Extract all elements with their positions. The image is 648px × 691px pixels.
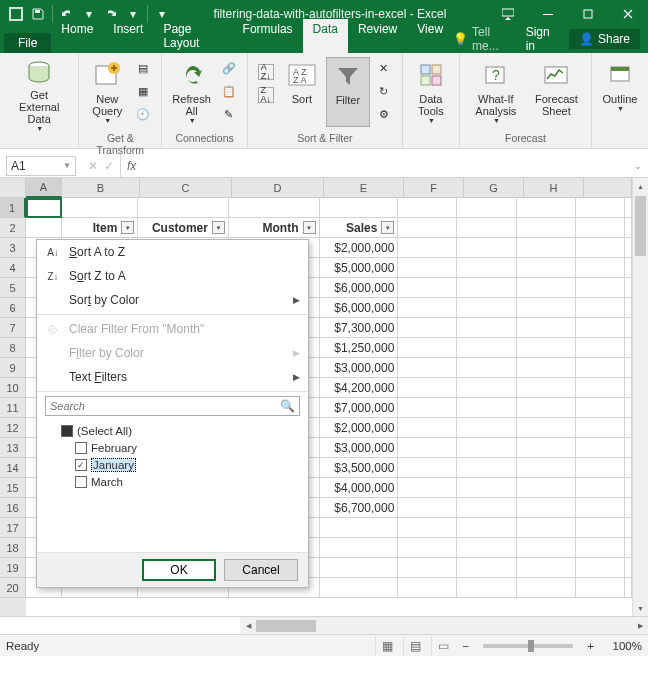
outline-button[interactable]: Outline▼ [598, 57, 642, 127]
cell[interactable] [576, 438, 625, 458]
row-header-16[interactable]: 16 [0, 498, 26, 518]
cell[interactable] [517, 518, 576, 538]
checkbox-icon[interactable] [61, 425, 73, 437]
share-button[interactable]: 👤Share [569, 29, 640, 49]
col-header-B[interactable]: B [62, 178, 140, 198]
scroll-left-icon[interactable]: ◀ [240, 618, 256, 634]
cell[interactable] [576, 558, 625, 578]
row-header-4[interactable]: 4 [0, 258, 26, 278]
cell[interactable] [576, 518, 625, 538]
cell[interactable] [398, 338, 457, 358]
show-queries-button[interactable]: ▤ [131, 57, 155, 79]
cell[interactable] [320, 538, 399, 558]
cell[interactable] [457, 438, 516, 458]
cell[interactable] [320, 518, 399, 538]
filter-opt-march[interactable]: March [47, 473, 298, 490]
page-layout-icon[interactable]: ▤ [403, 637, 427, 655]
row-header-19[interactable]: 19 [0, 558, 26, 578]
cell[interactable] [517, 458, 576, 478]
cell[interactable] [457, 358, 516, 378]
row-header-9[interactable]: 9 [0, 358, 26, 378]
cell[interactable] [576, 378, 625, 398]
filter-search[interactable]: 🔍 [45, 396, 300, 416]
row-header-6[interactable]: 6 [0, 298, 26, 318]
sort-za-item[interactable]: Z↓Sort Z to A [37, 264, 308, 288]
scroll-thumb[interactable] [256, 620, 316, 632]
reapply-button[interactable]: ↻ [372, 80, 396, 102]
cell[interactable] [576, 478, 625, 498]
cell[interactable] [517, 498, 576, 518]
cell[interactable]: $1,250,000 [320, 338, 399, 358]
chevron-down-icon[interactable]: ▾ [123, 4, 143, 24]
cell[interactable] [517, 478, 576, 498]
cell[interactable] [398, 258, 457, 278]
cell[interactable] [398, 498, 457, 518]
cell[interactable] [457, 258, 516, 278]
row-header-12[interactable]: 12 [0, 418, 26, 438]
tab-review[interactable]: Review [348, 19, 407, 53]
cell[interactable]: $6,000,000 [320, 278, 399, 298]
scroll-up-icon[interactable]: ▲ [633, 178, 648, 194]
row-header-14[interactable]: 14 [0, 458, 26, 478]
cell[interactable] [457, 218, 516, 238]
filter-drop-icon[interactable]: ▼ [381, 221, 394, 234]
cell[interactable]: $7,000,000 [320, 398, 399, 418]
cell[interactable] [517, 358, 576, 378]
filter-drop-icon[interactable]: ▼ [121, 221, 134, 234]
cell[interactable]: Item▼ [62, 218, 139, 238]
forecast-sheet-button[interactable]: Forecast Sheet [528, 57, 585, 127]
cell[interactable] [457, 338, 516, 358]
cell[interactable] [517, 438, 576, 458]
cell[interactable] [398, 418, 457, 438]
cell[interactable] [26, 218, 62, 238]
cell[interactable] [576, 198, 625, 218]
edit-links-button[interactable]: ✎ [217, 103, 241, 125]
filter-drop-icon[interactable]: ▼ [212, 221, 225, 234]
cell[interactable] [320, 578, 399, 598]
cell[interactable]: $6,000,000 [320, 298, 399, 318]
cell[interactable] [398, 318, 457, 338]
cell[interactable] [576, 298, 625, 318]
filter-opt-january[interactable]: ✓January [47, 456, 298, 473]
properties-button[interactable]: 📋 [217, 80, 241, 102]
zoom-level[interactable]: 100% [602, 640, 642, 652]
cell[interactable] [576, 498, 625, 518]
cell[interactable] [517, 278, 576, 298]
scroll-down-icon[interactable]: ▼ [633, 600, 648, 616]
zoom-slider[interactable] [483, 644, 573, 648]
filter-search-input[interactable] [50, 400, 280, 412]
maximize-icon[interactable] [568, 0, 608, 28]
ok-button[interactable]: OK [142, 559, 216, 581]
cell[interactable] [576, 418, 625, 438]
cell[interactable] [457, 238, 516, 258]
row-header-18[interactable]: 18 [0, 538, 26, 558]
cell[interactable] [517, 298, 576, 318]
save-icon[interactable] [28, 4, 48, 24]
expand-formula-icon[interactable]: ⌄ [628, 161, 648, 171]
sort-za-button[interactable]: ZA↓ [254, 84, 278, 106]
tab-insert[interactable]: Insert [103, 19, 153, 53]
row-header-5[interactable]: 5 [0, 278, 26, 298]
cell[interactable] [457, 298, 516, 318]
cell[interactable] [457, 498, 516, 518]
cell[interactable]: $3,500,000 [320, 458, 399, 478]
cell[interactable]: $6,700,000 [320, 498, 399, 518]
cell[interactable] [576, 338, 625, 358]
tab-page-layout[interactable]: Page Layout [153, 19, 232, 53]
checkbox-icon[interactable] [75, 442, 87, 454]
tab-view[interactable]: View [407, 19, 453, 53]
cell[interactable] [398, 518, 457, 538]
col-header-C[interactable]: C [140, 178, 232, 198]
col-header-E[interactable]: E [324, 178, 404, 198]
cell[interactable] [457, 478, 516, 498]
cell[interactable] [576, 278, 625, 298]
cell[interactable] [457, 578, 516, 598]
cell[interactable] [576, 238, 625, 258]
cell[interactable] [457, 318, 516, 338]
col-header-A[interactable]: A [26, 178, 62, 198]
clear-button[interactable]: ✕ [372, 57, 396, 79]
cell[interactable] [517, 378, 576, 398]
cell[interactable] [398, 198, 457, 218]
cell[interactable] [398, 578, 457, 598]
row-header-8[interactable]: 8 [0, 338, 26, 358]
